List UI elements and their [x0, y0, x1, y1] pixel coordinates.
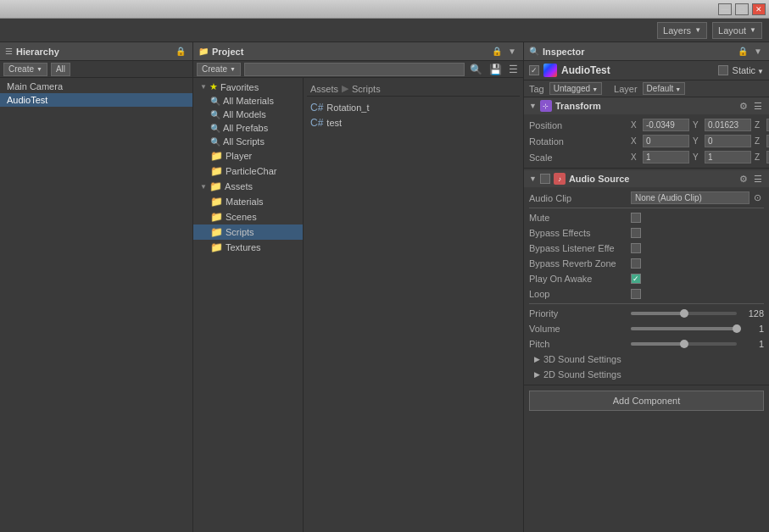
tag-dropdown[interactable]: Untagged: [549, 82, 602, 95]
bypass-reverb-label: Bypass Reverb Zone: [529, 258, 631, 269]
audio-arrow-icon: ▼: [529, 175, 537, 183]
loop-row: Loop: [529, 286, 764, 302]
layers-dropdown[interactable]: Layers: [657, 22, 707, 39]
hierarchy-item-main-camera[interactable]: Main Camera: [0, 80, 192, 93]
title-bar: — □ ✕: [0, 0, 769, 19]
audio-icon: ♪: [554, 173, 566, 185]
hierarchy-all-button[interactable]: All: [51, 63, 70, 76]
tree-textures[interactable]: 📁 Textures: [193, 240, 303, 255]
gameobject-static-checkbox[interactable]: [718, 65, 728, 75]
add-component-button[interactable]: Add Component: [529, 391, 764, 411]
tree-player[interactable]: 📁 Player: [193, 148, 303, 163]
tree-all-scripts[interactable]: 🔍 All Scripts: [193, 135, 303, 148]
pitch-slider[interactable]: 1: [631, 339, 764, 349]
inspector-menu-icon[interactable]: ▼: [752, 47, 764, 56]
audio-enabled-checkbox[interactable]: [540, 174, 550, 184]
sound-3d-row[interactable]: ▶ 3D Sound Settings: [529, 352, 764, 367]
project-search-icon[interactable]: 🔍: [468, 64, 484, 75]
scale-y-input[interactable]: [705, 151, 751, 163]
hierarchy-items: Main Camera AudioTest: [0, 78, 192, 532]
bypass-effects-row: Bypass Effects: [529, 225, 764, 241]
position-x-input[interactable]: [643, 119, 689, 131]
hierarchy-item-audiotest[interactable]: AudioTest: [0, 93, 192, 107]
position-y-input[interactable]: [705, 119, 751, 131]
audio-clip-picker-icon[interactable]: ⊙: [751, 192, 764, 203]
file-test[interactable]: C# test: [307, 115, 520, 130]
static-label[interactable]: Static: [733, 65, 764, 75]
project-create-button[interactable]: Create: [197, 63, 241, 76]
file-script-icon-2: C#: [310, 117, 323, 129]
bypass-effects-checkbox[interactable]: [631, 228, 641, 238]
audio-menu-icon[interactable]: ☰: [752, 174, 764, 185]
tree-materials[interactable]: 📁 Materials: [193, 194, 303, 209]
bypass-listener-checkbox[interactable]: [631, 243, 641, 253]
inspector-lock-icon[interactable]: 🔒: [736, 47, 749, 56]
project-settings-icon[interactable]: ☰: [507, 64, 520, 75]
project-save-icon[interactable]: 💾: [488, 64, 504, 75]
audio-clip-row: Audio Clip ⊙: [529, 190, 764, 206]
tree-particlechar[interactable]: 📁 ParticleChar: [193, 163, 303, 179]
audio-clip-value: ⊙: [631, 191, 764, 204]
minimize-button[interactable]: —: [718, 3, 732, 15]
gameobject-row: ✓ AudioTest Static: [524, 61, 769, 80]
bypass-effects-label: Bypass Effects: [529, 228, 631, 238]
priority-thumb[interactable]: [680, 309, 688, 318]
project-tree: ▼ ★ Favorites 🔍 All Materials 🔍 All Mode…: [193, 78, 304, 532]
priority-row: Priority 128: [529, 306, 764, 321]
play-on-awake-label: Play On Awake: [529, 274, 631, 284]
hierarchy-create-button[interactable]: Create: [3, 63, 47, 76]
hierarchy-lock-icon[interactable]: 🔒: [174, 47, 187, 56]
tree-favorites[interactable]: ▼ ★ Favorites: [193, 80, 303, 94]
pitch-fill: [631, 342, 684, 346]
volume-slider[interactable]: 1: [631, 324, 764, 334]
sound-2d-row[interactable]: ▶ 2D Sound Settings: [529, 367, 764, 382]
volume-thumb[interactable]: [733, 324, 741, 333]
transform-header[interactable]: ▼ ⊹ Transform ⚙ ☰: [524, 97, 769, 114]
hierarchy-icon: ☰: [5, 47, 13, 56]
pitch-thumb[interactable]: [680, 340, 688, 348]
rotation-x-input[interactable]: [643, 135, 689, 147]
gameobject-active-checkbox[interactable]: ✓: [529, 65, 539, 75]
priority-slider[interactable]: 128: [631, 308, 764, 319]
audio-settings-icon[interactable]: ⚙: [738, 174, 749, 185]
tree-all-prefabs[interactable]: 🔍 All Prefabs: [193, 121, 303, 135]
window-controls: — □ ✕: [718, 3, 766, 15]
transform-body: Position X Y Z Rotation: [524, 114, 769, 168]
project-header: 📁 Project 🔒 ▼: [193, 42, 523, 61]
tree-all-materials[interactable]: 🔍 All Materials: [193, 94, 303, 108]
project-files: Assets ▶ Scripts C# Rotation_t C# test: [304, 78, 523, 532]
project-toolbar: Create 🔍 💾 ☰: [193, 61, 523, 78]
transform-settings-icon[interactable]: ⚙: [738, 101, 749, 112]
maximize-button[interactable]: □: [735, 3, 749, 15]
tree-scripts[interactable]: 📁 Scripts: [193, 224, 303, 240]
project-lock-icon[interactable]: 🔒: [490, 47, 504, 56]
tree-scenes[interactable]: 📁 Scenes: [193, 209, 303, 224]
file-rotation-t[interactable]: C# Rotation_t: [307, 100, 520, 115]
position-row: Position X Y Z: [529, 117, 764, 133]
sound-2d-label: 2D Sound Settings: [543, 369, 621, 380]
project-menu-icon[interactable]: ▼: [506, 47, 518, 56]
mute-checkbox[interactable]: [631, 213, 641, 223]
mute-row: Mute: [529, 210, 764, 225]
audio-clip-input[interactable]: [631, 191, 749, 204]
rotation-y-input[interactable]: [705, 135, 751, 147]
bypass-reverb-checkbox[interactable]: [631, 258, 641, 269]
tree-assets[interactable]: ▼ 📁 Assets: [193, 179, 303, 194]
project-search-input[interactable]: [244, 63, 465, 76]
tag-label: Tag: [529, 84, 544, 94]
close-button[interactable]: ✕: [752, 3, 766, 15]
loop-checkbox[interactable]: [631, 289, 641, 299]
breadcrumb: Assets ▶ Scripts: [307, 81, 520, 97]
gameobject-name[interactable]: AudioTest: [561, 64, 714, 76]
layer-dropdown[interactable]: Default: [643, 82, 686, 95]
transform-menu-icon[interactable]: ☰: [752, 101, 764, 112]
audio-source-header[interactable]: ▼ ♪ Audio Source ⚙ ☰: [524, 170, 769, 187]
scale-x-input[interactable]: [643, 151, 689, 163]
play-on-awake-row: Play On Awake: [529, 271, 764, 286]
scale-values: X Y Z: [631, 151, 769, 163]
play-on-awake-checkbox[interactable]: [631, 274, 641, 284]
top-toolbar: Layers Layout: [0, 19, 769, 42]
layout-dropdown[interactable]: Layout: [712, 22, 762, 39]
volume-row: Volume 1: [529, 321, 764, 336]
tree-all-models[interactable]: 🔍 All Models: [193, 108, 303, 121]
